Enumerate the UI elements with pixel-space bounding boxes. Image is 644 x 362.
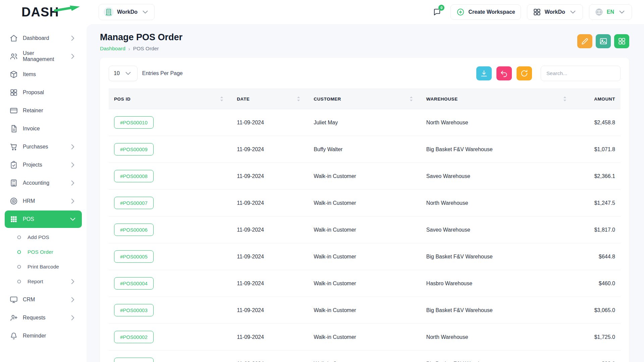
- language-label: EN: [607, 9, 614, 15]
- warehouse-cell: Big Basket F&V Warehouse: [421, 351, 575, 362]
- sidebar-item-user-management[interactable]: User Management: [5, 48, 82, 65]
- plus-circle-icon: [456, 8, 465, 16]
- column-header-warehouse[interactable]: WAREHOUSE: [421, 89, 575, 109]
- sidebar-subitem-label: Report: [28, 279, 64, 285]
- pos-id-cell: #POS00003: [109, 297, 231, 324]
- column-header-pos-id[interactable]: POS ID: [109, 89, 231, 109]
- pos-id-badge[interactable]: #POS00003: [114, 304, 154, 316]
- workspace-dropdown-label: WorkDo: [545, 9, 565, 15]
- sidebar-item-label: POS: [23, 216, 64, 222]
- chevron-right-icon: [68, 142, 77, 151]
- warehouse-cell: North Warehouse: [421, 324, 575, 351]
- layout-icon: [9, 88, 18, 97]
- sidebar-item-label: HRM: [23, 198, 64, 204]
- circle-icon: [15, 233, 23, 242]
- pos-id-badge[interactable]: #POS00004: [114, 277, 154, 290]
- sidebar-subitem-pos-order[interactable]: POS Order: [10, 245, 82, 259]
- pos-id-badge[interactable]: #POS00007: [114, 197, 154, 209]
- pos-id-badge[interactable]: #POS00005: [114, 250, 154, 263]
- sidebar-subitem-print-barcode[interactable]: Print Barcode: [10, 259, 82, 274]
- pos-id-badge[interactable]: #POS00009: [114, 143, 154, 156]
- sidebar-item-label: Proposal: [23, 89, 77, 96]
- warehouse-cell: North Warehouse: [421, 109, 575, 136]
- table-row: #POS00005 11-09-2024 Walk-in Customer Bi…: [109, 243, 621, 270]
- date-cell: 11-09-2024: [231, 351, 308, 362]
- date-cell: 11-09-2024: [231, 190, 308, 217]
- date-cell: 11-09-2024: [231, 163, 308, 190]
- warehouse-cell: Hasbro Warehouse: [421, 270, 575, 297]
- user-plus-icon: [9, 313, 18, 322]
- chevron-right-icon: [68, 313, 77, 322]
- sort-icon[interactable]: [560, 95, 569, 103]
- sidebar-item-label: Items: [23, 71, 77, 77]
- sidebar-item-pos[interactable]: POS: [5, 210, 82, 228]
- sort-icon[interactable]: [407, 95, 416, 103]
- sidebar-item-reminder[interactable]: Reminder: [5, 327, 82, 345]
- create-workspace-button[interactable]: Create Workspace: [450, 4, 521, 20]
- breadcrumb-link-dashboard[interactable]: Dashboard: [100, 46, 125, 52]
- sidebar-item-proposal[interactable]: Proposal: [5, 84, 82, 101]
- search-input[interactable]: [541, 66, 621, 81]
- workspace-dropdown[interactable]: WorkDo: [527, 4, 583, 20]
- sidebar-item-projects[interactable]: Projects: [5, 156, 82, 174]
- circle-icon: [15, 248, 23, 256]
- workspace-selector[interactable]: WorkDo: [99, 4, 155, 20]
- sidebar-item-items[interactable]: Items: [5, 66, 82, 83]
- sidebar-item-label: Retainer: [23, 108, 77, 114]
- sidebar-item-hrm[interactable]: HRM: [5, 192, 82, 210]
- logo-text: DASH: [21, 5, 59, 19]
- sort-icon[interactable]: [217, 95, 226, 103]
- pencil-icon: [581, 37, 589, 46]
- table-row: #POS00004 11-09-2024 Walk-in Customer Ha…: [109, 270, 621, 297]
- pos-id-badge[interactable]: #POS00001: [114, 358, 154, 362]
- pos-id-cell: #POS00006: [109, 217, 231, 243]
- breadcrumb-current: POS Order: [133, 46, 159, 52]
- undo-button[interactable]: [496, 66, 512, 80]
- entries-per-page-select[interactable]: 10: [109, 66, 138, 81]
- sidebar-subitem-add-pos[interactable]: Add POS: [10, 230, 82, 245]
- pos-id-cell: #POS00001: [109, 351, 231, 362]
- sidebar-item-invoice[interactable]: Invoice: [5, 120, 82, 137]
- sidebar-subitem-report[interactable]: Report: [10, 274, 82, 289]
- page-header: Manage POS Order Dashboard › POS Order: [100, 32, 629, 52]
- sidebar-item-retainer[interactable]: Retainer: [5, 102, 82, 119]
- pos-id-badge[interactable]: #POS00008: [114, 170, 154, 182]
- sidebar-item-crm[interactable]: CRM: [5, 291, 82, 308]
- sidebar-item-purchases[interactable]: Purchases: [5, 138, 82, 156]
- chevron-down-icon: [569, 8, 577, 16]
- edit-button[interactable]: [577, 34, 592, 48]
- cart-icon: [9, 142, 18, 151]
- media-button[interactable]: [596, 34, 611, 48]
- sidebar-item-requests[interactable]: Requests: [5, 309, 82, 326]
- customer-cell: Walk-in Customer: [308, 351, 421, 362]
- column-header-amount[interactable]: AMOUNT: [575, 89, 621, 109]
- grid-icon: [533, 8, 541, 16]
- page-actions: [577, 34, 629, 48]
- table-row: #POS00002 11-09-2024 Walk-in Customer No…: [109, 324, 621, 351]
- language-dropdown[interactable]: EN: [589, 4, 632, 20]
- column-header-customer[interactable]: CUSTOMER: [308, 89, 421, 109]
- calculator-icon: [9, 179, 18, 187]
- pos-id-cell: #POS00008: [109, 163, 231, 190]
- export-button[interactable]: [476, 66, 492, 80]
- sidebar-item-dashboard[interactable]: Dashboard: [5, 29, 82, 47]
- chevron-right-icon: [68, 161, 77, 169]
- pos-id-badge[interactable]: #POS00010: [114, 116, 154, 129]
- pos-id-cell: #POS00007: [109, 190, 231, 217]
- customer-cell: Walk-in Customer: [308, 297, 421, 324]
- messages-button[interactable]: 0: [430, 5, 444, 19]
- customer-cell: Walk-in Customer: [308, 163, 421, 190]
- customer-cell: Walk-in Customer: [308, 190, 421, 217]
- sidebar-item-accounting[interactable]: Accounting: [5, 174, 82, 192]
- column-header-date[interactable]: DATE: [231, 89, 308, 109]
- download-icon: [480, 69, 488, 78]
- pos-id-badge[interactable]: #POS00002: [114, 331, 154, 343]
- sort-icon[interactable]: [294, 95, 303, 103]
- apps-button[interactable]: [614, 34, 629, 48]
- pos-id-badge[interactable]: #POS00006: [114, 224, 154, 236]
- sidebar-subitem-label: Add POS: [28, 234, 77, 240]
- customer-cell: Walk-in Customer: [308, 324, 421, 351]
- refresh-button[interactable]: [517, 66, 532, 80]
- customer-cell: Walk-in Customer: [308, 217, 421, 243]
- chevron-right-icon: [68, 277, 77, 286]
